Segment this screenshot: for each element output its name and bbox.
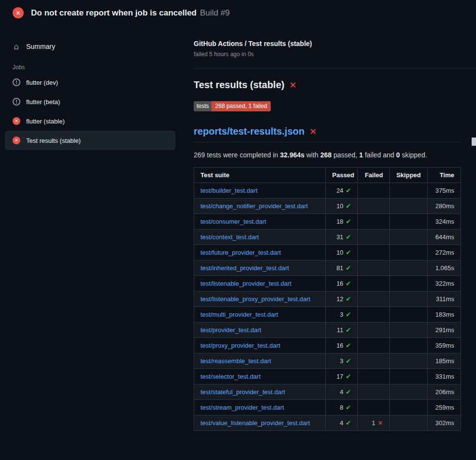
passed-cell: 11✔ xyxy=(326,322,358,338)
check-icon: ✔ xyxy=(346,264,351,272)
job-label: Test results (stable) xyxy=(26,137,81,144)
results-table-body: test/builder_test.dart 24✔ 375ms test/ch… xyxy=(194,183,461,431)
time-cell: 331ms xyxy=(428,369,461,384)
badge-label: tests xyxy=(194,101,212,111)
summary-text: 269 tests were completed in xyxy=(194,151,280,159)
workflow-run-title: Do not create report when job is cancell… xyxy=(31,8,197,17)
table-row: test/future_provider_test.dart 10✔ 272ms xyxy=(194,245,461,261)
report-heading: reports/test-results.json✕ xyxy=(194,126,461,142)
time-cell: 359ms xyxy=(428,338,461,353)
column-header-time: Time xyxy=(428,168,461,183)
failed-cell xyxy=(358,245,390,261)
summary-duration: 32.964s xyxy=(280,151,305,159)
report-link[interactable]: reports/test-results.json xyxy=(194,126,305,137)
table-row: test/value_listenable_provider_test.dart… xyxy=(194,415,461,431)
time-cell: 259ms xyxy=(428,400,461,415)
suite-link[interactable]: test/consumer_test.dart xyxy=(200,218,266,225)
job-status-icon: ! xyxy=(13,98,20,106)
check-title-text: Test results (stable) xyxy=(194,79,284,91)
skipped-cell xyxy=(390,276,428,291)
time-cell: 1.065s xyxy=(428,261,461,276)
check-icon: ✔ xyxy=(346,233,351,241)
home-icon: ⌂ xyxy=(13,42,20,51)
suite-link[interactable]: test/inherited_provider_test.dart xyxy=(200,264,289,272)
time-cell: 302ms xyxy=(428,415,461,431)
table-row: test/proxy_provider_test.dart 16✔ 359ms xyxy=(194,338,461,353)
column-header-failed: Failed xyxy=(358,168,390,183)
table-header-row: Test suite Passed Failed Skipped Time xyxy=(194,168,461,183)
test-results-table: Test suite Passed Failed Skipped Time te… xyxy=(194,167,461,431)
job-label: flutter (dev) xyxy=(26,79,58,86)
time-cell: 272ms xyxy=(428,245,461,261)
build-number: Build #9 xyxy=(200,8,230,17)
failed-x-circle-icon: ✕ xyxy=(13,7,24,18)
check-icon: ✔ xyxy=(346,187,351,194)
column-header-test-suite: Test suite xyxy=(194,168,326,183)
time-cell: 291ms xyxy=(428,322,461,338)
failed-cell xyxy=(358,400,390,415)
failed-cell xyxy=(358,353,390,369)
suite-link[interactable]: test/selector_test.dart xyxy=(200,373,261,380)
results-summary: 269 tests were completed in 32.964s with… xyxy=(194,151,476,159)
page-title: Do not create report when job is cancell… xyxy=(31,8,230,18)
time-cell: 183ms xyxy=(428,307,461,322)
sidebar-job-item[interactable]: ! flutter (beta) xyxy=(5,92,175,111)
table-row: test/stateful_provider_test.dart 4✔ 206m… xyxy=(194,384,461,400)
breadcrumb: GitHub Actions / Test results (stable) xyxy=(194,40,476,47)
skipped-cell xyxy=(390,214,428,230)
failed-cell xyxy=(358,322,390,338)
skipped-cell xyxy=(390,245,428,261)
suite-link[interactable]: test/context_test.dart xyxy=(200,233,259,241)
table-row: test/stream_provider_test.dart 8✔ 259ms xyxy=(194,400,461,415)
time-cell: 324ms xyxy=(428,214,461,230)
suite-link[interactable]: test/reassemble_test.dart xyxy=(200,357,271,365)
check-icon: ✔ xyxy=(346,326,351,334)
failed-cell xyxy=(358,307,390,322)
suite-link[interactable]: test/value_listenable_provider_test.dart xyxy=(200,419,310,427)
check-title: Test results (stable)✕ xyxy=(194,79,476,91)
failed-cell xyxy=(358,214,390,230)
time-cell: 206ms xyxy=(428,384,461,400)
suite-link[interactable]: test/builder_test.dart xyxy=(200,187,258,194)
check-icon: ✔ xyxy=(346,419,351,427)
sidebar-job-item[interactable]: ! flutter (dev) xyxy=(5,73,175,92)
column-header-passed: Passed xyxy=(326,168,358,183)
job-status-icon: ✕ xyxy=(13,117,20,125)
sidebar-job-item[interactable]: ✕ flutter (stable) xyxy=(5,111,175,131)
check-icon: ✔ xyxy=(346,280,351,287)
scrollbar-thumb[interactable] xyxy=(472,138,476,146)
suite-link[interactable]: test/listenable_proxy_provider_test.dart xyxy=(200,295,310,303)
check-icon: ✔ xyxy=(346,295,351,303)
job-label: flutter (beta) xyxy=(26,98,60,106)
suite-link[interactable]: test/listenable_provider_test.dart xyxy=(200,280,292,287)
suite-link[interactable]: test/stateful_provider_test.dart xyxy=(200,388,285,396)
failed-x-icon: ✕ xyxy=(309,126,317,137)
passed-cell: 16✔ xyxy=(326,276,358,291)
check-icon: ✔ xyxy=(346,373,351,380)
failed-cell xyxy=(358,183,390,199)
time-cell: 644ms xyxy=(428,230,461,245)
failed-x-icon: ✕ xyxy=(289,80,296,90)
skipped-cell xyxy=(390,183,428,199)
time-cell: 280ms xyxy=(428,199,461,214)
suite-link[interactable]: test/stream_provider_test.dart xyxy=(200,404,284,411)
summary-label: Summary xyxy=(26,43,55,50)
suite-link[interactable]: test/future_provider_test.dart xyxy=(200,249,281,256)
suite-link[interactable]: test/proxy_provider_test.dart xyxy=(200,342,280,349)
skipped-cell xyxy=(390,384,428,400)
failed-cell xyxy=(358,384,390,400)
passed-cell: 4✔ xyxy=(326,384,358,400)
suite-link[interactable]: test/multi_provider_test.dart xyxy=(200,311,278,318)
check-icon: ✔ xyxy=(346,218,351,225)
jobs-list: ! flutter (dev) ! flutter (beta) ✕ flutt… xyxy=(5,73,175,150)
passed-cell: 18✔ xyxy=(326,214,358,230)
sidebar-job-item[interactable]: ✕ Test results (stable) xyxy=(5,131,175,150)
suite-link[interactable]: test/change_notifier_provider_test.dart xyxy=(200,202,308,210)
table-row: test/selector_test.dart 17✔ 331ms xyxy=(194,369,461,384)
suite-link[interactable]: test/provider_test.dart xyxy=(200,326,261,334)
passed-cell: 16✔ xyxy=(326,338,358,353)
time-cell: 185ms xyxy=(428,353,461,369)
sidebar-item-summary[interactable]: ⌂ Summary xyxy=(5,37,175,56)
table-row: test/change_notifier_provider_test.dart … xyxy=(194,199,461,214)
skipped-cell xyxy=(390,307,428,322)
